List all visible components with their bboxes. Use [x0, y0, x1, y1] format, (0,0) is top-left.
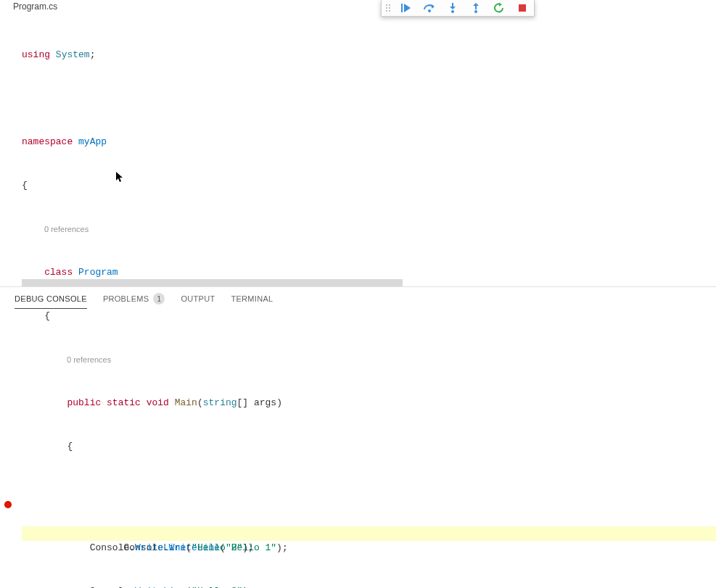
token-keyword: namespace — [22, 136, 73, 147]
token-ident: Console — [90, 542, 130, 553]
stop-icon — [518, 4, 527, 12]
horizontal-scrollbar[interactable] — [22, 279, 403, 286]
token-punct: [] — [237, 397, 249, 408]
token-keyword: public — [67, 397, 101, 408]
token-punct: ) — [276, 397, 282, 408]
step-into-button[interactable] — [441, 0, 464, 16]
token-param: args — [248, 397, 276, 408]
token-brace: { — [22, 180, 28, 191]
token-keyword: static — [107, 397, 141, 408]
continue-icon — [400, 3, 412, 13]
continue-button[interactable] — [395, 0, 418, 16]
codelens-class[interactable]: 0 references — [22, 222, 716, 236]
token-string: "Hello 2" — [192, 542, 242, 553]
svg-point-1 — [428, 9, 431, 12]
restart-icon — [493, 3, 505, 13]
token-punct: ); — [276, 542, 288, 553]
token-punct: . — [129, 542, 135, 553]
step-out-icon — [472, 3, 480, 13]
step-into-icon — [448, 3, 457, 13]
token-punct: ; — [90, 49, 96, 60]
breakpoint-icon[interactable] — [4, 501, 12, 508]
code-editor[interactable]: using System; namespace myApp { 0 refere… — [0, 13, 716, 588]
token-brace: { — [67, 441, 73, 452]
stop-button[interactable] — [511, 0, 534, 16]
step-over-button[interactable] — [418, 0, 441, 16]
token-keyword: void — [147, 397, 169, 408]
token-type: string — [203, 397, 237, 408]
codelens-method[interactable]: 0 references — [22, 352, 716, 367]
token-method-name: Main — [175, 397, 197, 408]
token-keyword: using — [22, 49, 50, 60]
token-keyword: class — [44, 267, 73, 278]
editor-tab-title: Program.cs — [0, 0, 716, 13]
token-punct: ); — [242, 542, 254, 553]
step-out-button[interactable] — [464, 0, 487, 16]
svg-point-5 — [474, 10, 477, 13]
token-method: WriteLine — [135, 542, 186, 553]
restart-button[interactable] — [487, 0, 511, 16]
debug-toolbar — [381, 0, 535, 17]
editor-area: Program.cs — [0, 0, 716, 286]
drag-handle-icon[interactable] — [382, 0, 395, 16]
current-execution-line: Console.WriteLine("Hello 1"); — [22, 497, 716, 512]
token-class: Program — [78, 267, 118, 278]
svg-rect-0 — [401, 4, 403, 12]
step-over-icon — [423, 3, 436, 13]
token-type: System — [56, 49, 90, 60]
token-brace: { — [44, 310, 50, 321]
execution-highlight — [22, 526, 716, 541]
token-punct: ( — [186, 542, 192, 553]
token-namespace: myApp — [78, 136, 107, 147]
token-punct: ( — [197, 397, 203, 408]
svg-point-3 — [451, 10, 454, 13]
svg-rect-6 — [519, 4, 526, 12]
